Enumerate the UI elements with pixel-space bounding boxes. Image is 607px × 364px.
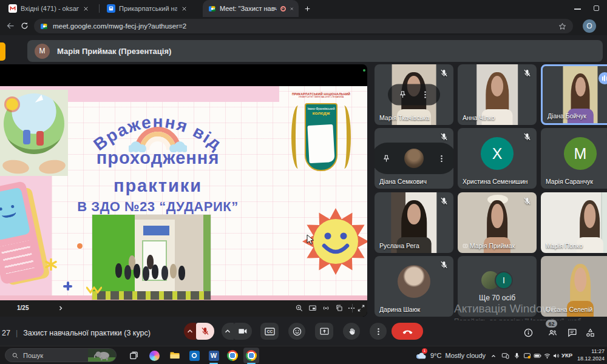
tile-options-icon[interactable]	[437, 154, 446, 163]
slide-page-counter: 1/25	[17, 305, 29, 311]
side-tab-yellow[interactable]	[0, 42, 5, 61]
close-icon[interactable]	[290, 5, 294, 12]
copilot-icon[interactable]	[148, 349, 161, 362]
overflow-avatars: I	[481, 271, 513, 289]
browser-profile-avatar[interactable]: О	[583, 19, 596, 33]
participant-tile[interactable]: Анна Чілко	[458, 64, 537, 125]
captions-button[interactable]: CC	[260, 323, 279, 340]
close-icon[interactable]	[83, 5, 89, 12]
tab-university[interactable]: Прикарпатський національни	[102, 0, 199, 17]
broadcast-icon[interactable]	[322, 304, 330, 312]
screen-cast-icon[interactable]	[523, 352, 531, 360]
camera-options-button[interactable]	[222, 323, 234, 340]
tab-title: Вхідні (471) - oksana.selepiy@	[21, 5, 79, 12]
close-icon[interactable]	[181, 5, 188, 12]
people-icon[interactable]	[548, 328, 558, 338]
meet-site-icon	[40, 22, 48, 30]
speaking-indicator-icon	[599, 72, 607, 84]
group-of-students	[115, 263, 122, 278]
chrome-icon[interactable]	[226, 349, 239, 362]
participant-tile[interactable]: Марія Попко	[541, 192, 607, 253]
rainbow-icon	[129, 120, 187, 152]
chrome-active-icon[interactable]	[245, 349, 258, 362]
reactions-button[interactable]	[288, 323, 305, 340]
taskbar-clock[interactable]: 11:27 18.12.2024	[575, 348, 605, 362]
dot-doodle	[77, 243, 83, 249]
meeting-title: Захист навчальної практики (3 курс)	[23, 329, 151, 337]
avatar	[398, 265, 430, 298]
slide-title-line2: практики	[36, 176, 279, 196]
url-text: meet.google.com/mwg-fecj-jny?authuser=2	[53, 22, 553, 30]
participant-tile[interactable]: M Марія Саранчук	[541, 128, 607, 189]
shared-presentation-tile[interactable]: Враження від проходження практики В ЗДО …	[0, 64, 367, 317]
mic-muted-button[interactable]	[196, 323, 214, 340]
window-maximize-button[interactable]	[594, 5, 599, 11]
mic-off-icon	[523, 132, 532, 141]
reload-button[interactable]	[20, 21, 29, 30]
open-book	[307, 124, 334, 163]
exit-fullscreen-icon[interactable]	[357, 304, 365, 312]
mic-off-icon	[523, 69, 532, 78]
search-placeholder: Пошук	[23, 352, 84, 359]
back-button[interactable]	[6, 21, 15, 30]
participant-tile[interactable]: Діана Семкович	[375, 128, 453, 189]
bookmark-star-icon[interactable]	[558, 22, 567, 31]
word-icon[interactable]: W	[207, 349, 220, 362]
address-bar[interactable]: meet.google.com/mwg-fecj-jny?authuser=2	[34, 19, 573, 33]
more-options-icon[interactable]	[347, 304, 356, 312]
avatar	[404, 149, 424, 168]
screen: Вхідні (471) - oksana.selepiy@ Прикарпат…	[0, 0, 607, 364]
copy-pages-icon[interactable]	[335, 304, 344, 312]
taskbar-search-box[interactable]: Пошук	[5, 348, 117, 362]
participant-name: Марія Ткачівська	[379, 114, 430, 121]
file-explorer-icon[interactable]	[168, 349, 181, 362]
new-tab-button[interactable]	[304, 5, 311, 13]
meet-bottom-bar: 27 | Захист навчальної практики (3 курс)…	[0, 320, 607, 346]
pip-icon[interactable]	[308, 304, 317, 312]
participant-name: Анна Чілко	[463, 114, 495, 121]
chat-icon[interactable]	[567, 328, 577, 338]
notebook-illustration	[0, 179, 55, 295]
mic-options-button[interactable]	[184, 323, 196, 340]
zoom-in-icon[interactable]	[295, 304, 304, 312]
tray-mic-icon[interactable]	[513, 352, 521, 360]
tray-expand-icon[interactable]	[490, 353, 497, 359]
participant-tile[interactable]: X Христина Семенишин	[458, 128, 537, 189]
tab-divider	[99, 4, 100, 13]
volume-icon[interactable]	[552, 352, 560, 360]
next-slide-button[interactable]	[57, 305, 64, 312]
mic-off-icon	[439, 197, 449, 206]
participant-tile-speaking[interactable]: Діана Бойчук	[541, 64, 607, 125]
meeting-info: 27 | Захист навчальної практики (3 курс)	[2, 329, 151, 337]
task-view-icon[interactable]	[127, 349, 140, 362]
phone-link-icon[interactable]	[501, 352, 509, 360]
slide-title-line1: проходження	[36, 148, 279, 168]
camera-active-dot	[363, 69, 365, 72]
outlook-icon[interactable]	[188, 349, 201, 362]
wifi-icon[interactable]	[543, 352, 551, 360]
participant-name: Діана Семкович	[379, 178, 427, 185]
participant-tile[interactable]: Марія Приймак	[458, 192, 537, 253]
mic-off-icon	[439, 69, 449, 78]
weather-widget[interactable]: 1 9°C Mostly cloudy	[415, 346, 486, 364]
activities-icon[interactable]	[585, 328, 595, 338]
participant-tile[interactable]: Марія Ткачівська	[375, 64, 453, 125]
language-indicator[interactable]: УКР	[561, 352, 572, 359]
participant-tile[interactable]: Дарина Шаюк	[375, 256, 453, 317]
tile-options-icon[interactable]	[421, 90, 430, 99]
pin-icon[interactable]	[382, 154, 391, 163]
tab-gmail[interactable]: Вхідні (471) - oksana.selepiy@	[4, 0, 98, 17]
present-screen-button[interactable]	[315, 323, 333, 340]
emblem-shield: Івано-Франківський коледж Α Ω	[305, 103, 337, 171]
tab-meet-active[interactable]: Meet: "Захист навчальної п	[203, 0, 299, 17]
meeting-details-icon[interactable]	[523, 328, 534, 338]
battery-icon[interactable]	[534, 352, 541, 360]
weather-desc: Mostly cloudy	[445, 352, 486, 359]
window-minimize-button[interactable]	[574, 5, 581, 10]
raise-hand-button[interactable]	[343, 323, 360, 340]
end-call-button[interactable]	[392, 323, 423, 340]
pin-icon[interactable]	[398, 90, 407, 99]
more-options-button[interactable]	[370, 323, 387, 340]
camera-button[interactable]	[234, 323, 252, 340]
participant-tile[interactable]: Руслана Рега	[375, 192, 453, 253]
